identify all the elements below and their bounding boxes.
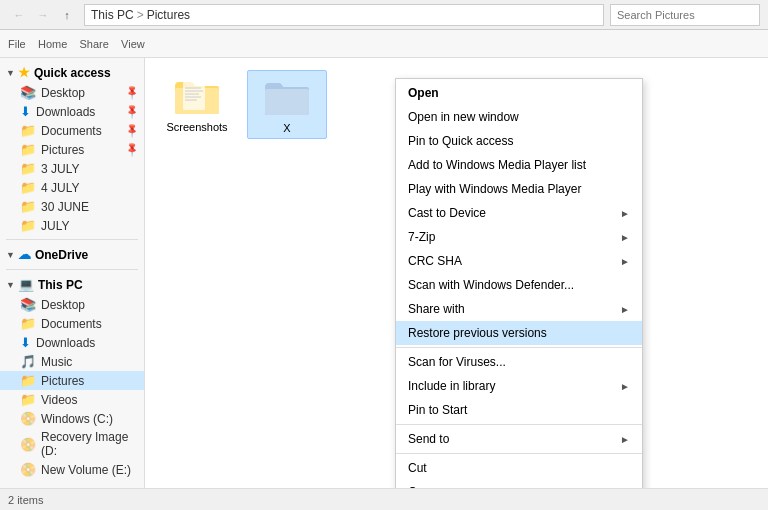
ctx-share-with[interactable]: Share with ► bbox=[396, 297, 642, 321]
sidebar-item-music-pc-label: Music bbox=[41, 355, 72, 369]
folder-icon-july: 📁 bbox=[20, 218, 36, 233]
sidebar-item-pictures-pc-label: Pictures bbox=[41, 374, 84, 388]
ctx-scan-viruses-label: Scan for Viruses... bbox=[408, 355, 506, 369]
ctx-pin-start[interactable]: Pin to Start bbox=[396, 398, 642, 422]
ctx-copy[interactable]: Copy bbox=[396, 480, 642, 488]
ctx-cast-device-label: Cast to Device bbox=[408, 206, 486, 220]
sidebar-item-music-pc[interactable]: 🎵 Music bbox=[0, 352, 144, 371]
sidebar-item-desktop-pc[interactable]: 📚 Desktop bbox=[0, 295, 144, 314]
folder-screenshots-label: Screenshots bbox=[166, 121, 227, 133]
ctx-cut-label: Cut bbox=[408, 461, 427, 475]
ctx-open-new-window-label: Open in new window bbox=[408, 110, 519, 124]
sidebar-item-documents-pc-label: Documents bbox=[41, 317, 102, 331]
quick-access-arrow: ▼ bbox=[6, 68, 15, 78]
up-button[interactable]: ↑ bbox=[56, 4, 78, 26]
breadcrumb-pictures: Pictures bbox=[147, 8, 190, 22]
sidebar-item-desktop-pc-label: Desktop bbox=[41, 298, 85, 312]
ctx-open-label: Open bbox=[408, 86, 439, 100]
thispc-header[interactable]: ▼ 💻 This PC bbox=[0, 274, 144, 295]
ctx-pin-start-label: Pin to Start bbox=[408, 403, 467, 417]
quick-access-header[interactable]: ▼ ★ Quick access bbox=[0, 62, 144, 83]
folder-icon-30june: 📁 bbox=[20, 199, 36, 214]
titlebar: ← → ↑ This PC > Pictures bbox=[0, 0, 768, 30]
sidebar-item-3july[interactable]: 📁 3 JULY bbox=[0, 159, 144, 178]
onedrive-icon: ☁ bbox=[18, 247, 31, 262]
folder-screenshots-icon bbox=[173, 74, 221, 118]
breadcrumb-thispc: This PC bbox=[91, 8, 134, 22]
folder-icon-qa-docs: 📁 bbox=[20, 123, 36, 138]
thispc-label: This PC bbox=[38, 278, 83, 292]
sidebar-item-pictures-qa-label: Pictures bbox=[41, 143, 84, 157]
ribbon-label: File Home Share View bbox=[8, 38, 145, 50]
ctx-divider1 bbox=[396, 347, 642, 348]
ctx-add-wmp-list-label: Add to Windows Media Player list bbox=[408, 158, 586, 172]
search-input[interactable] bbox=[610, 4, 760, 26]
back-button[interactable]: ← bbox=[8, 4, 30, 26]
ctx-send-to[interactable]: Send to ► bbox=[396, 427, 642, 451]
folder-icon-pc-videos: 📁 bbox=[20, 392, 36, 407]
sidebar-item-downloads-pc-label: Downloads bbox=[36, 336, 95, 350]
ctx-restore-versions[interactable]: Restore previous versions bbox=[396, 321, 642, 345]
folder-icon-qa-pics: 📁 bbox=[20, 142, 36, 157]
ctx-pin-quick-access[interactable]: Pin to Quick access bbox=[396, 129, 642, 153]
sidebar-item-recovery-d-label: Recovery Image (D: bbox=[41, 430, 138, 458]
sidebar-item-newvolume-e[interactable]: 📀 New Volume (E:) bbox=[0, 460, 144, 479]
sidebar-item-3july-label: 3 JULY bbox=[41, 162, 79, 176]
ctx-cut[interactable]: Cut bbox=[396, 456, 642, 480]
ctx-cast-device[interactable]: Cast to Device ► bbox=[396, 201, 642, 225]
sidebar-item-newvolume-e-label: New Volume (E:) bbox=[41, 463, 131, 477]
sidebar-item-windows-c[interactable]: 📀 Windows (C:) bbox=[0, 409, 144, 428]
sidebar-item-downloads-qa-label: Downloads bbox=[36, 105, 95, 119]
pin-icon3: 📌 bbox=[124, 122, 140, 138]
sidebar-item-4july[interactable]: 📁 4 JULY bbox=[0, 178, 144, 197]
ctx-include-library-label: Include in library bbox=[408, 379, 495, 393]
sidebar-item-pictures-qa[interactable]: 📁 Pictures 📌 bbox=[0, 140, 144, 159]
ctx-crc-sha-label: CRC SHA bbox=[408, 254, 462, 268]
pin-icon4: 📌 bbox=[124, 141, 140, 157]
sidebar-item-july-label: JULY bbox=[41, 219, 69, 233]
ctx-share-with-label: Share with bbox=[408, 302, 465, 316]
ctx-scan-viruses[interactable]: Scan for Viruses... bbox=[396, 350, 642, 374]
ctx-include-library[interactable]: Include in library ► bbox=[396, 374, 642, 398]
sidebar-item-videos-pc[interactable]: 📁 Videos bbox=[0, 390, 144, 409]
download-pc-icon: ⬇ bbox=[20, 335, 31, 350]
sidebar-item-desktop-qa[interactable]: 📚 Desktop 📌 bbox=[0, 83, 144, 102]
sidebar-item-30june-label: 30 JUNE bbox=[41, 200, 89, 214]
folder-selected-icon bbox=[263, 75, 311, 119]
svg-rect-9 bbox=[265, 89, 309, 115]
ctx-send-to-label: Send to bbox=[408, 432, 449, 446]
sidebar-item-downloads-qa[interactable]: ⬇ Downloads 📌 bbox=[0, 102, 144, 121]
sidebar-item-documents-qa[interactable]: 📁 Documents 📌 bbox=[0, 121, 144, 140]
sidebar-item-recovery-d[interactable]: 📀 Recovery Image (D: bbox=[0, 428, 144, 460]
ctx-restore-versions-label: Restore previous versions bbox=[408, 326, 547, 340]
ctx-cast-device-arrow: ► bbox=[620, 208, 630, 219]
sidebar-item-documents-pc[interactable]: 📁 Documents bbox=[0, 314, 144, 333]
breadcrumb[interactable]: This PC > Pictures bbox=[84, 4, 604, 26]
desktop-pc-icon: 📚 bbox=[20, 297, 36, 312]
ctx-play-wmp-label: Play with Windows Media Player bbox=[408, 182, 581, 196]
folder-screenshots[interactable]: Screenshots bbox=[157, 70, 237, 139]
quick-access-star-icon: ★ bbox=[18, 65, 30, 80]
quick-access-label: Quick access bbox=[34, 66, 111, 80]
sidebar-item-30june[interactable]: 📁 30 JUNE bbox=[0, 197, 144, 216]
ctx-open-new-window[interactable]: Open in new window bbox=[396, 105, 642, 129]
folder-icon-4july: 📁 bbox=[20, 180, 36, 195]
ctx-play-wmp[interactable]: Play with Windows Media Player bbox=[396, 177, 642, 201]
ctx-add-wmp-list[interactable]: Add to Windows Media Player list bbox=[396, 153, 642, 177]
folder-icon-3july: 📁 bbox=[20, 161, 36, 176]
sidebar-item-july[interactable]: 📁 JULY bbox=[0, 216, 144, 235]
sidebar-item-downloads-pc[interactable]: ⬇ Downloads bbox=[0, 333, 144, 352]
folder-selected-label: X bbox=[283, 122, 290, 134]
sidebar-item-videos-pc-label: Videos bbox=[41, 393, 77, 407]
music-icon: 🎵 bbox=[20, 354, 36, 369]
ctx-open[interactable]: Open bbox=[396, 81, 642, 105]
folder-selected[interactable]: X bbox=[247, 70, 327, 139]
ctx-7zip[interactable]: 7-Zip ► bbox=[396, 225, 642, 249]
forward-button[interactable]: → bbox=[32, 4, 54, 26]
nav-buttons: ← → ↑ bbox=[8, 4, 78, 26]
sidebar-item-pictures-pc[interactable]: 📁 Pictures bbox=[0, 371, 144, 390]
ctx-crc-sha[interactable]: CRC SHA ► bbox=[396, 249, 642, 273]
onedrive-label: OneDrive bbox=[35, 248, 88, 262]
onedrive-header[interactable]: ▼ ☁ OneDrive bbox=[0, 244, 144, 265]
ctx-scan-defender[interactable]: Scan with Windows Defender... bbox=[396, 273, 642, 297]
